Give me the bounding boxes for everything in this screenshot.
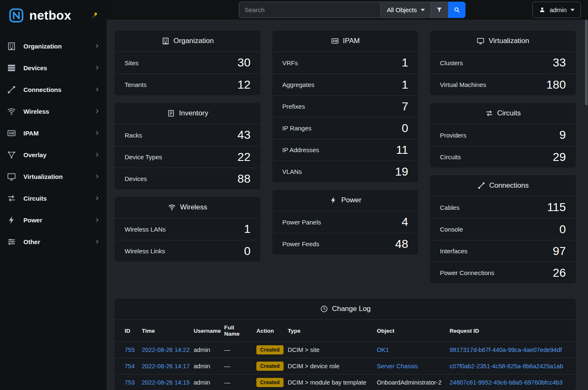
sidebar-item-label: Organization xyxy=(23,43,94,50)
stat-value: 0 xyxy=(244,245,251,258)
stat-row-power-panels[interactable]: Power Panels 4 xyxy=(272,211,418,233)
caret-down-icon xyxy=(421,9,425,11)
stat-row-power-connections[interactable]: Power Connections 26 xyxy=(430,262,576,283)
stat-value: 33 xyxy=(553,56,566,69)
change-log-row: 755 2022-08-26 14:22 admin — Created DCI… xyxy=(115,342,576,358)
column-header-username: Username xyxy=(190,320,221,342)
sidebar-item-connections[interactable]: Connections xyxy=(0,79,107,100)
stat-row-sites[interactable]: Sites 30 xyxy=(115,52,261,74)
stat-row-wireless-lans[interactable]: Wireless LANs 1 xyxy=(115,218,261,240)
change-id-link[interactable]: 753 xyxy=(125,379,135,386)
scrollbar-thumb[interactable] xyxy=(585,20,588,105)
search-input[interactable] xyxy=(239,2,381,18)
request-id-link[interactable]: 9817317d-b67f-440a-99ca-4ae07ede94df xyxy=(450,347,562,353)
stat-row-tenants[interactable]: Tenants 12 xyxy=(115,74,261,95)
card-title: IPAM xyxy=(343,37,360,45)
sidebar-item-devices[interactable]: Devices xyxy=(0,57,107,79)
brand-logo[interactable]: netbox xyxy=(0,0,107,33)
type-cell: DCIM > site xyxy=(284,342,373,358)
chevron-right-icon xyxy=(94,130,100,136)
monitor-icon xyxy=(7,172,16,181)
stat-row-wireless-links[interactable]: Wireless Links 0 xyxy=(115,240,261,262)
change-time-link[interactable]: 2022-08-26 14:15 xyxy=(142,379,190,386)
wireless-card-header: Wireless xyxy=(115,197,261,218)
sidebar-item-label: Circuits xyxy=(23,195,94,202)
stat-row-devices[interactable]: Devices 88 xyxy=(115,168,261,189)
counter-icon xyxy=(7,128,16,138)
stat-row-aggregates[interactable]: Aggregates 1 xyxy=(272,74,418,95)
organization-card: Organization Sites 30 Tenants 12 xyxy=(114,30,261,96)
stat-value: 97 xyxy=(553,245,566,258)
stat-row-cables[interactable]: Cables 115 xyxy=(430,196,576,218)
person-icon xyxy=(539,6,546,13)
card-title: Power xyxy=(341,196,361,204)
sidebar-item-wireless[interactable]: Wireless xyxy=(0,100,107,122)
stat-row-circuits[interactable]: Circuits 29 xyxy=(430,146,576,168)
stat-row-vlans[interactable]: VLANs 19 xyxy=(272,161,418,182)
filter-button[interactable] xyxy=(431,2,448,18)
stat-row-interfaces[interactable]: Interfaces 97 xyxy=(430,240,576,262)
change-id-link[interactable]: 755 xyxy=(125,347,135,353)
search-submit-button[interactable] xyxy=(448,2,465,18)
chevron-right-icon xyxy=(94,195,100,201)
user-name-label: admin xyxy=(550,6,567,13)
stat-row-ip-addresses[interactable]: IP Addresses 11 xyxy=(272,139,418,161)
power-card-header: Power xyxy=(272,190,418,211)
stat-row-device-types[interactable]: Device Types 22 xyxy=(115,146,261,168)
card-title: Change Log xyxy=(332,305,371,313)
scrollbar-track[interactable] xyxy=(585,20,588,390)
sidebar-item-ipam[interactable]: IPAM xyxy=(0,122,107,144)
stat-value: 11 xyxy=(396,143,408,157)
stat-label: Prefixes xyxy=(282,103,305,110)
stat-row-console[interactable]: Console 0 xyxy=(430,218,576,240)
dashboard-content: Organization Sites 30 Tenants 12 xyxy=(107,20,588,390)
list-box-icon xyxy=(167,109,175,117)
app: netbox Organization Devices xyxy=(0,0,588,390)
sidebar-item-virtualization[interactable]: Virtualization xyxy=(0,166,107,187)
stat-label: Tenants xyxy=(125,81,147,88)
sidebar-item-other[interactable]: Other xyxy=(0,231,107,252)
change-log-table: ID Time Username Full Name Action Type O… xyxy=(115,320,576,390)
stat-row-clusters[interactable]: Clusters 33 xyxy=(430,52,576,74)
change-log-header: Change Log xyxy=(115,298,576,320)
sidebar-item-label: Other xyxy=(23,238,94,245)
stat-row-providers[interactable]: Providers 9 xyxy=(430,124,576,146)
pin-icon[interactable] xyxy=(91,12,98,19)
request-id-link[interactable]: c07f0ab2-2351-4c58-825a-8b6a2425a1ab xyxy=(450,363,563,370)
stat-row-virtual-machines[interactable]: Virtual Machines 180 xyxy=(430,74,576,95)
stat-value: 7 xyxy=(401,100,408,113)
request-id-link[interactable]: 24807c61-9952-49c6-b8a5-69760bfcc4b3 xyxy=(450,379,562,386)
stat-row-racks[interactable]: Racks 43 xyxy=(115,124,261,146)
sidebar-item-overlay[interactable]: Overlay xyxy=(0,144,107,166)
user-menu-button[interactable]: admin xyxy=(532,2,581,18)
object-link[interactable]: Server Chassis xyxy=(377,363,418,370)
stat-label: Interfaces xyxy=(440,247,468,255)
object-link[interactable]: OK1 xyxy=(377,347,389,353)
sidebar-item-organization[interactable]: Organization xyxy=(0,35,107,57)
wireless-card: Wireless Wireless LANs 1 Wireless Links … xyxy=(114,196,261,262)
sidebar-item-circuits[interactable]: Circuits xyxy=(0,187,107,209)
column-header-time: Time xyxy=(138,320,190,342)
monitor-icon xyxy=(476,37,485,45)
stat-value: 4 xyxy=(401,215,408,229)
change-time-link[interactable]: 2022-08-26 14:17 xyxy=(142,363,190,370)
object-type-dropdown-button[interactable]: All Objects xyxy=(381,2,431,18)
chevron-right-icon xyxy=(94,87,100,92)
change-id-link[interactable]: 754 xyxy=(125,363,135,370)
stat-value: 12 xyxy=(238,78,251,92)
change-log-row: 754 2022-08-26 14:17 admin — Created DCI… xyxy=(115,358,576,375)
stat-label: Sites xyxy=(125,59,138,66)
stat-row-ip-ranges[interactable]: IP Ranges 0 xyxy=(272,117,418,139)
stat-value: 1 xyxy=(244,222,251,236)
stat-label: Virtual Machines xyxy=(440,81,486,88)
card-title: Connections xyxy=(489,181,529,190)
ipam-card-header: IPAM xyxy=(272,31,418,52)
connections-card: Connections Cables 115 Console 0 Interfa… xyxy=(429,175,576,284)
stat-value: 180 xyxy=(546,78,566,92)
change-time-link[interactable]: 2022-08-26 14:22 xyxy=(142,347,190,353)
stat-row-power-feeds[interactable]: Power Feeds 48 xyxy=(272,233,418,255)
stat-row-prefixes[interactable]: Prefixes 7 xyxy=(272,95,418,117)
sidebar-item-power[interactable]: Power xyxy=(0,209,107,231)
stat-row-vrfs[interactable]: VRFs 1 xyxy=(272,52,418,74)
username-cell: admin xyxy=(190,375,221,390)
